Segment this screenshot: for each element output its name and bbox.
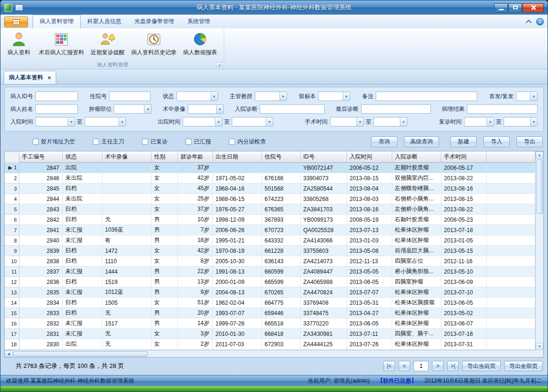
table-row[interactable]: 162832未汇报1517男14岁1999-07-266655183377022… — [5, 318, 535, 329]
grid-cell[interactable]: 四脑室占位 — [392, 256, 441, 267]
grid-cell[interactable]: 归档 — [62, 256, 102, 267]
grid-cell[interactable]: 2004-08-13 — [212, 287, 261, 298]
revisit-time-to-select[interactable]: ▼ — [504, 117, 538, 126]
grid-cell[interactable]: 2013-05-02 — [441, 308, 486, 318]
table-row[interactable]: 52843归档女37岁1976-05-27676365ZA38417032013… — [5, 204, 535, 215]
tab-patient-basic-info[interactable]: 病人基本资料 × — [4, 71, 56, 84]
grid-cell[interactable]: 670723 — [261, 225, 300, 235]
grid-cell[interactable]: 1110 — [102, 256, 151, 267]
grid-cell[interactable]: 2833 — [19, 308, 62, 318]
history-record-button[interactable]: 病人资料历史记录 — [128, 30, 180, 61]
grid-cell[interactable]: 松果体区肿瘤 — [392, 308, 441, 318]
first-page-button[interactable]: |< — [383, 361, 395, 371]
grid-cell[interactable]: 2840 — [19, 235, 62, 246]
grid-cell[interactable]: 左侧桥小脑角... — [392, 204, 441, 215]
grid-cell[interactable]: 女 — [151, 183, 177, 194]
grid-cell[interactable]: 1036蓝 — [102, 225, 151, 235]
grid-cell[interactable]: 2013-08-03 — [346, 194, 392, 204]
table-row[interactable]: 102838归档1110女8岁2005-10-30636143ZA4214073… — [5, 256, 535, 267]
col-id[interactable]: ID号 — [300, 151, 346, 163]
grid-cell[interactable]: 无 — [102, 329, 151, 339]
row-indicator[interactable]: 9 — [5, 246, 19, 256]
grid-cell[interactable]: 2832 — [19, 318, 62, 329]
table-row[interactable]: 142834归档1505女51岁1962-02-0466477533769408… — [5, 298, 535, 308]
checkbox-chief-surgeon[interactable]: 主任主刀 — [93, 138, 124, 146]
scroll-left-icon[interactable]: ◀ — [5, 350, 12, 357]
grid-cell[interactable]: 无 — [102, 308, 151, 318]
data-report-button[interactable]: 病人数据报表 — [180, 30, 220, 61]
grid-cell[interactable]: 8岁 — [177, 256, 212, 267]
grid-cell[interactable]: YB0072147 — [300, 163, 346, 173]
status-select[interactable]: ▼ — [177, 92, 218, 101]
grid-cell[interactable]: 37岁 — [177, 204, 212, 215]
grid-cell[interactable]: 2013-07-07 — [346, 287, 392, 298]
table-row[interactable]: 32845归档女45岁1968-04-16501568ZA25805442013… — [5, 183, 535, 194]
col-video[interactable]: 术中录像 — [102, 151, 151, 163]
grid-cell[interactable]: 1968-04-16 — [212, 183, 261, 194]
row-indicator[interactable]: 18 — [5, 339, 19, 350]
grid-cell[interactable]: 左额叶胶质瘤 — [392, 163, 441, 173]
col-admit-time[interactable]: 入院时间 — [346, 151, 392, 163]
info-icon[interactable] — [536, 18, 544, 25]
grid-cell[interactable]: 2831 — [19, 329, 62, 339]
table-row[interactable]: 62842归档无男10岁1998-12-09367893YB0099173200… — [5, 215, 535, 225]
grid-cell[interactable]: 男 — [151, 235, 177, 246]
page-number-input[interactable]: 1 — [413, 361, 429, 371]
grid-cell[interactable]: 1993-07-07 — [212, 308, 261, 318]
row-indicator[interactable]: 11 — [5, 267, 19, 277]
row-indicator[interactable]: 16 — [5, 318, 19, 329]
grid-cell[interactable]: ZA3841703 — [300, 204, 346, 215]
grid-cell[interactable]: 松果体区肿瘤 — [392, 235, 441, 246]
grid-cell[interactable]: 367893 — [261, 215, 300, 225]
grid-cell[interactable] — [102, 204, 151, 215]
admission-no-input[interactable] — [109, 92, 151, 101]
next-page-button[interactable]: > — [432, 361, 444, 371]
grid-cell[interactable]: 出院 — [62, 339, 102, 350]
grid-cell[interactable]: 2013-08-15 — [441, 194, 486, 204]
col-age[interactable]: 就诊年龄 — [177, 151, 212, 163]
row-indicator[interactable]: 4 — [5, 194, 19, 204]
grid-cell[interactable]: 2000-01-09 — [212, 277, 261, 287]
grid-cell[interactable]: 2013-05-05 — [346, 267, 392, 277]
grid-cell[interactable]: 45岁 — [177, 183, 212, 194]
grid-cell[interactable]: 松果体区脑膜瘤 — [392, 298, 441, 308]
table-row[interactable]: 182830出院无女2岁2011-07-03672903ZA4444125201… — [5, 339, 535, 350]
grid-cell[interactable]: 右侧桥小脑角... — [392, 194, 441, 204]
table-row[interactable]: ▶ 12847出院女37岁YB00721472006-05-12左额叶胶质瘤20… — [5, 163, 535, 173]
grid-cell[interactable]: 1970-08-19 — [212, 246, 261, 256]
grid-cell[interactable]: 664775 — [261, 298, 300, 308]
grid-cell[interactable]: 未汇报 — [62, 318, 102, 329]
grid-cell[interactable]: 归档 — [62, 183, 102, 194]
grid-cell[interactable]: 女 — [151, 329, 177, 339]
grid-cell[interactable] — [102, 163, 151, 173]
grid-cell[interactable]: 有 — [102, 235, 151, 246]
grid-cell[interactable]: 2843 — [19, 204, 62, 215]
grid-cell[interactable]: 661228 — [261, 246, 300, 256]
grid-cell[interactable]: 676365 — [261, 204, 300, 215]
grid-cell[interactable]: 2013-07-26 — [346, 339, 392, 350]
col-admission-no[interactable]: 住院号 — [261, 151, 300, 163]
grid-cell[interactable]: 33755603 — [300, 246, 346, 256]
grid-cell[interactable]: 636143 — [261, 256, 300, 267]
grid-cell[interactable]: 2013-04-27 — [346, 308, 392, 318]
remark-input[interactable] — [376, 92, 477, 101]
grid-cell[interactable]: 643332 — [261, 235, 300, 246]
grid-cell[interactable]: ZA3430981 — [300, 329, 346, 339]
grid-cell[interactable]: 2835 — [19, 287, 62, 298]
grid-cell[interactable]: 无 — [102, 215, 151, 225]
application-menu-button[interactable] — [4, 17, 28, 27]
grid-cell[interactable]: 2008-05-19 — [346, 215, 392, 225]
grid-cell[interactable]: 2013-07-13 — [346, 225, 392, 235]
grid-cell[interactable]: 1999-07-26 — [212, 318, 261, 329]
grid-cell[interactable]: 未汇报 — [62, 225, 102, 235]
row-indicator[interactable]: 3 — [5, 183, 19, 194]
tumor-site-select[interactable]: ▼ — [114, 104, 152, 114]
grid-cell[interactable]: 2013-05-10 — [441, 267, 486, 277]
grid-cell[interactable]: 松果体区肿瘤 — [392, 318, 441, 329]
table-row[interactable]: 82840未汇报有男18岁1995-01-21643332ZA414306620… — [5, 235, 535, 246]
grid-cell[interactable]: 2013-01-03 — [346, 235, 392, 246]
grid-cell[interactable]: 右颞叶胶质瘤 — [392, 215, 441, 225]
grid-cell[interactable]: ZA4444125 — [300, 339, 346, 350]
close-button[interactable] — [523, 3, 544, 12]
grid-cell[interactable]: 20岁 — [177, 308, 212, 318]
